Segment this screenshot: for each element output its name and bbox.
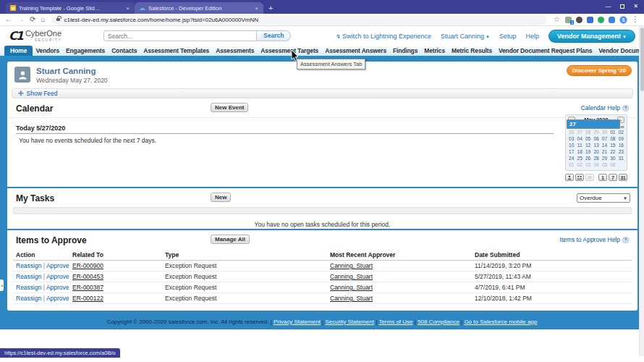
help-link[interactable]: Help (526, 33, 540, 40)
discover-spring-button[interactable]: Discover Spring '20 (567, 65, 632, 76)
extension-icon-4[interactable] (598, 17, 604, 23)
calendar-day[interactable]: 12 (584, 142, 592, 148)
tab-contacts[interactable]: Contacts (109, 46, 140, 56)
calendar-day[interactable]: 10 (567, 142, 575, 148)
calendar-day[interactable]: 21 (601, 148, 609, 155)
footer-link[interactable]: Terms of Use (378, 319, 412, 325)
approver-link[interactable]: Canning, Stuart (330, 284, 373, 291)
calendar-day[interactable]: 08 (609, 135, 617, 142)
approve-reject-link[interactable]: Approve / Reject (46, 284, 69, 291)
related-to-link[interactable]: ER-000122 (72, 295, 103, 302)
switch-lightning-link[interactable]: ↯Switch to Lightning Experience (336, 33, 431, 40)
calendar-day[interactable]: 29 (601, 155, 609, 161)
tab-close-icon[interactable]: × (125, 5, 130, 12)
calendar-day[interactable]: 20 (592, 148, 600, 155)
address-bar[interactable]: c1test-dev-ed.my.salesforce.com/home/hom… (51, 15, 547, 25)
tab-assessment-targets[interactable]: Assessment Targets (258, 46, 322, 56)
approve-reject-link[interactable]: Approve / Reject (46, 295, 69, 302)
close-icon[interactable]: ✕ (629, 0, 643, 13)
footer-link[interactable]: 508 Compliance (418, 319, 459, 325)
calendar-day[interactable]: 25 (575, 155, 583, 161)
calendar-day[interactable]: 03 (567, 135, 575, 142)
extension-icon-5[interactable] (609, 17, 615, 23)
sidebar-collapse-handle[interactable]: ◂ (0, 279, 4, 291)
search-button[interactable]: Search (257, 30, 291, 41)
calendar-day[interactable]: 02 (617, 129, 625, 135)
calendar-day[interactable]: 04 (575, 135, 583, 142)
related-to-link[interactable]: ER-000387 (72, 284, 103, 291)
browser-menu-icon[interactable]: ⋮ (632, 16, 639, 23)
items-to-approve-help-link[interactable]: Items to Approve Help (559, 236, 620, 243)
calendar-day[interactable]: 26 (584, 155, 592, 161)
tab-findings[interactable]: Findings (390, 46, 421, 56)
new-event-button[interactable]: New Event (211, 103, 248, 112)
calendar-day[interactable]: 05 (584, 135, 592, 142)
show-feed-bar[interactable]: ✚ Show Feed (12, 88, 633, 98)
back-icon[interactable]: ← (5, 16, 12, 23)
approve-reject-link[interactable]: Approve / Reject (46, 262, 69, 269)
footer-link[interactable]: Privacy Statement (274, 319, 321, 325)
calendar-day[interactable]: 30 (609, 155, 617, 161)
tab-assessments[interactable]: Assessments (213, 46, 258, 56)
approve-reject-link[interactable]: Approve / Reject (46, 273, 69, 280)
calendar-day[interactable]: 14 (601, 142, 609, 148)
calendar-day[interactable]: 11 (575, 142, 583, 148)
reassign-link[interactable]: Reassign (16, 295, 41, 302)
tab-vendor-document-request-plans[interactable]: Vendor Document Request Plans (495, 46, 595, 56)
tab-vendor-document-requests[interactable]: Vendor Document Requests (596, 46, 644, 56)
search-input[interactable] (103, 30, 257, 41)
calendar-day[interactable]: 18 (575, 148, 583, 155)
related-to-link[interactable]: ER-000900 (72, 262, 103, 269)
help-icon[interactable]: ? (622, 105, 629, 111)
extension-icon-3[interactable] (587, 17, 593, 23)
app-menu-button[interactable]: Vendor Management▼ (548, 30, 635, 43)
single-user-view-icon[interactable] (565, 174, 574, 181)
page-scrollbar[interactable] (639, 26, 644, 356)
tab-close-icon[interactable]: × (254, 5, 259, 12)
calendar-day[interactable]: 27 (567, 119, 620, 129)
related-to-link[interactable]: ER-000453 (72, 273, 103, 280)
reassign-link[interactable]: Reassign (16, 284, 41, 291)
calendar-day[interactable]: 24 (567, 155, 575, 161)
calendar-day[interactable]: 16 (617, 142, 625, 148)
calendar-day[interactable]: 17 (567, 148, 575, 155)
calendar-help-link[interactable]: Calendar Help (581, 104, 620, 111)
profile-avatar[interactable]: S (619, 16, 627, 24)
calendar-day[interactable]: 19 (584, 148, 592, 155)
calendar-day[interactable]: 31 (617, 155, 625, 161)
reassign-link[interactable]: Reassign (16, 262, 41, 269)
browser-tab-active[interactable]: ☁ Salesforce - Developer Edition × (135, 2, 263, 14)
user-menu[interactable]: Stuart Canning▼ (441, 33, 490, 40)
extension-icon-2[interactable] (576, 17, 582, 23)
help-icon[interactable]: ? (622, 237, 629, 243)
calendar-view-1-button[interactable]: 1 (598, 174, 607, 181)
lock-icon[interactable] (56, 18, 60, 21)
calendar-view-31-button[interactable]: 31 (619, 174, 627, 181)
calendar-day[interactable]: 06 (592, 135, 600, 142)
new-tab-button[interactable]: + (268, 4, 273, 12)
user-avatar[interactable] (14, 67, 30, 83)
calendar-day[interactable]: 07 (601, 135, 609, 142)
reload-icon[interactable]: ⟳ (30, 16, 35, 23)
home-icon[interactable]: ⌂ (41, 16, 45, 23)
calendar-view-7-button[interactable]: 7 (609, 174, 617, 181)
forward-icon[interactable]: → (17, 16, 25, 23)
calendar-day[interactable]: 28 (592, 155, 600, 161)
scrollbar-thumb[interactable] (640, 28, 644, 91)
approver-link[interactable]: Canning, Stuart (330, 295, 373, 302)
tab-vendors[interactable]: Vendors (33, 46, 63, 56)
tab-engagements[interactable]: Engagements (63, 46, 109, 56)
reassign-link[interactable]: Reassign (16, 273, 41, 280)
calendar-day[interactable]: 15 (609, 142, 617, 148)
calendar-day[interactable]: 09 (617, 135, 625, 142)
tasks-filter-select[interactable]: Overdue▼ (577, 193, 630, 203)
minimize-icon[interactable]: — (601, 0, 615, 13)
tab-assessment-templates[interactable]: Assessment Templates (140, 46, 213, 56)
calendar-day[interactable]: 13 (592, 142, 600, 148)
tab-home[interactable]: Home (4, 46, 33, 56)
footer-link[interactable]: Security Statement (325, 319, 374, 325)
new-task-button[interactable]: New (211, 193, 231, 202)
approver-link[interactable]: Canning, Stuart (330, 262, 373, 269)
maximize-icon[interactable] (615, 0, 629, 13)
calendar-day[interactable]: 22 (609, 148, 617, 155)
